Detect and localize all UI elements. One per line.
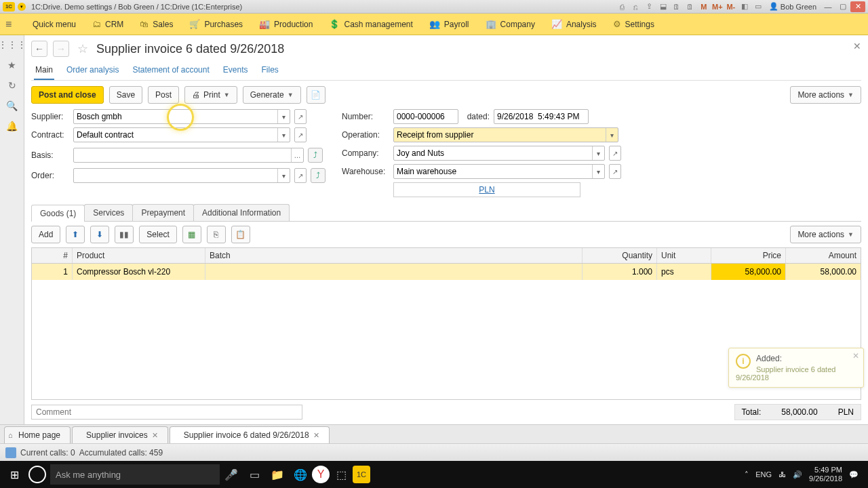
hamburger-icon[interactable]: ≡ [5, 18, 19, 30]
currency-link[interactable]: PLN [479, 185, 494, 195]
table-icon-button[interactable]: ▦ [182, 226, 201, 243]
dated-input[interactable]: 🗓 [494, 109, 589, 124]
tray-lang[interactable]: ENG [755, 470, 772, 479]
close-button[interactable]: ✕ [850, 1, 865, 12]
toolbar-icon[interactable]: 🗓 [685, 1, 696, 12]
app-icon[interactable]: 🌐 [289, 463, 312, 486]
yandex-icon[interactable]: Y [312, 466, 330, 483]
toolbar-icon[interactable]: ◧ [739, 1, 750, 12]
tab-goods[interactable]: Goods (1) [31, 205, 85, 222]
1c-icon[interactable]: 1C [353, 466, 370, 483]
search-icon[interactable]: 🔍 [5, 99, 19, 113]
toolbar-icon[interactable]: ⇪ [644, 1, 655, 12]
tab-close-icon[interactable]: ✕ [313, 431, 319, 440]
subtab-main[interactable]: Main [34, 62, 54, 80]
menu-purchases[interactable]: 🛒Purchases [181, 14, 251, 35]
select-button[interactable]: Select [139, 226, 176, 243]
notification-close[interactable]: ✕ [852, 351, 859, 361]
menu-payroll[interactable]: 👥Payroll [421, 14, 477, 35]
order-fill-button[interactable]: ⤴ [311, 168, 326, 183]
cortana-icon[interactable] [28, 466, 46, 483]
menu-quick[interactable]: Quick menu [24, 14, 84, 35]
doctab-home[interactable]: ⌂Home page [4, 426, 71, 443]
start-button[interactable]: ⊞ [4, 464, 24, 485]
comment-input[interactable] [31, 405, 302, 420]
company-open-button[interactable]: ↗ [609, 146, 621, 161]
app-menu-dropdown[interactable]: ▾ [18, 3, 26, 11]
maximize-button[interactable]: ▢ [835, 1, 850, 12]
menu-production[interactable]: 🏭Production [251, 14, 321, 35]
toolbar-mminus-icon[interactable]: M- [726, 1, 736, 12]
col-batch[interactable]: Batch [205, 248, 583, 263]
move-up-button[interactable]: ⬆ [66, 226, 85, 243]
tray-network-icon[interactable]: 🖧 [778, 470, 786, 479]
menu-settings[interactable]: ⚙Settings [605, 14, 663, 35]
close-tab-button[interactable]: ✕ [853, 41, 861, 52]
doctab-current[interactable]: Supplier invoice 6 dated 9/26/2018✕ [170, 426, 330, 443]
dropdown-icon[interactable]: ▾ [277, 169, 290, 182]
dropdown-icon[interactable]: ▾ [277, 110, 290, 123]
warehouse-open-button[interactable]: ↗ [609, 164, 621, 179]
contract-input[interactable]: ▾ [73, 127, 290, 142]
paste-button[interactable]: 📋 [231, 226, 250, 243]
toolbar-icon[interactable]: ⎙ [617, 1, 628, 12]
toolbar-icon[interactable]: ⬓ [658, 1, 669, 12]
warehouse-input[interactable]: ▾ [393, 164, 605, 179]
minimize-button[interactable]: — [821, 1, 835, 12]
subtab-statement[interactable]: Statement of account [131, 62, 210, 80]
more-actions-button[interactable]: More actions▼ [790, 86, 861, 104]
taskbar-search[interactable]: Ask me anything [50, 464, 220, 485]
dropdown-icon[interactable]: ▾ [592, 165, 604, 178]
table-more-actions[interactable]: More actions▼ [790, 226, 861, 243]
number-input[interactable] [393, 109, 458, 124]
company-input[interactable]: ▾ [393, 146, 605, 161]
subtab-files[interactable]: Files [260, 62, 279, 80]
order-input[interactable]: ▾ [73, 168, 290, 183]
tray-chevron-icon[interactable]: ˄ [745, 470, 749, 479]
dropdown-icon[interactable]: ▾ [592, 146, 604, 160]
col-unit[interactable]: Unit [657, 248, 711, 263]
report-icon-button[interactable]: 📄 [307, 86, 326, 104]
menu-sales[interactable]: 🛍Sales [132, 14, 181, 35]
dropdown-icon[interactable]: ▾ [606, 128, 618, 142]
menu-crm[interactable]: 🗂CRM [84, 14, 132, 35]
print-button[interactable]: 🖨Print▼ [184, 86, 237, 104]
save-button[interactable]: Save [109, 86, 142, 104]
ellipsis-icon[interactable]: … [291, 148, 303, 162]
col-quantity[interactable]: Quantity [583, 248, 657, 263]
tray-volume-icon[interactable]: 🔊 [793, 470, 802, 479]
taskview-icon[interactable]: ▭ [243, 463, 266, 486]
app-icon[interactable]: ⬚ [330, 463, 353, 486]
apps-icon[interactable]: ⋮⋮⋮ [5, 38, 19, 52]
col-amount[interactable]: Amount [786, 248, 861, 263]
menu-cash[interactable]: 💲Cash management [321, 14, 420, 35]
basis-fill-button[interactable]: ⤴ [308, 148, 323, 163]
post-and-close-button[interactable]: Post and close [31, 86, 104, 104]
favorite-icon[interactable]: ★ [5, 58, 19, 72]
explorer-icon[interactable]: 📁 [266, 463, 289, 486]
mic-icon[interactable]: 🎤 [220, 463, 243, 486]
contract-open-button[interactable]: ↗ [294, 127, 307, 142]
toolbar-icon[interactable]: 🗓 [671, 1, 682, 12]
tab-close-icon[interactable]: ✕ [152, 431, 158, 440]
col-price[interactable]: Price [711, 248, 786, 263]
notifications-icon[interactable]: 🔔 [5, 119, 19, 133]
nav-back-button[interactable]: ← [31, 41, 47, 57]
dropdown-icon[interactable]: ▾ [277, 128, 290, 142]
order-open-button[interactable]: ↗ [294, 168, 307, 183]
system-tray[interactable]: ˄ ENG 🖧 🔊 5:49 PM 9/26/2018 💬 [745, 466, 864, 483]
tab-services[interactable]: Services [84, 204, 133, 221]
subtab-events[interactable]: Events [222, 62, 250, 80]
notification-body[interactable]: Supplier invoice 6 dated 9/26/2018 [736, 365, 856, 382]
barcode-button[interactable]: ▮▮ [115, 226, 134, 243]
nav-forward-button[interactable]: → [53, 41, 69, 57]
tab-prepayment[interactable]: Prepayment [132, 204, 194, 221]
toolbar-mplus-icon[interactable]: M+ [712, 1, 723, 12]
col-number[interactable]: # [32, 248, 73, 263]
supplier-input[interactable]: ▾ [73, 109, 290, 124]
tray-clock[interactable]: 5:49 PM 9/26/2018 [809, 466, 842, 483]
menu-company[interactable]: 🏢Company [477, 14, 543, 35]
basis-input[interactable]: … [73, 148, 304, 163]
history-icon[interactable]: ↻ [5, 79, 19, 92]
tray-notifications-icon[interactable]: 💬 [849, 470, 859, 479]
